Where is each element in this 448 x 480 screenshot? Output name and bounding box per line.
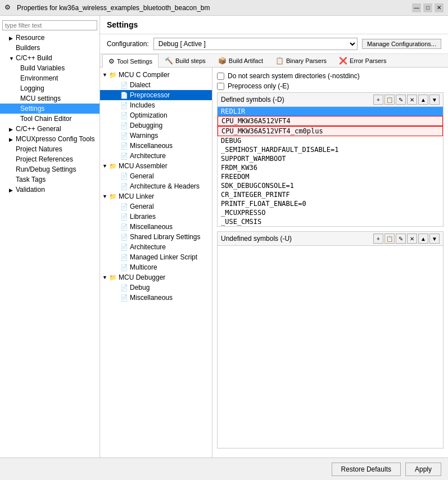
tree-node-mcu-c-compiler[interactable]: ▼ 📁 MCU C Compiler bbox=[100, 70, 212, 80]
sidebar-item-project-references[interactable]: Project References bbox=[0, 154, 99, 164]
tree-node-miscellaneous[interactable]: 📄 Miscellaneous bbox=[100, 141, 212, 151]
tree-node-preprocessor[interactable]: 📄 Preprocessor bbox=[100, 90, 212, 100]
sidebar: ▶ResourceBuilders▼C/C++ BuildBuild Varia… bbox=[0, 16, 100, 457]
defined-symbols-header: Defined symbols (-D) + 📋 ✎ ✕ ▲ ▼ bbox=[218, 93, 443, 107]
tree-node-libraries[interactable]: 📄 Libraries bbox=[100, 212, 212, 222]
preprocess-only-label: Preprocess only (-E) bbox=[228, 82, 289, 90]
undefined-symbols-label: Undefined symbols (-U) bbox=[221, 235, 292, 243]
defined-symbol-item[interactable]: CPU_MKW36A512VFT4 bbox=[218, 116, 443, 126]
defined-symbol-item[interactable]: PRINTF_FLOAT_ENABLE=0 bbox=[218, 199, 443, 208]
tab-tool-settings[interactable]: ⚙Tool Settings bbox=[102, 54, 159, 68]
filter-input[interactable] bbox=[2, 20, 97, 30]
tree-node-optimization[interactable]: 📄 Optimization bbox=[100, 110, 212, 120]
preprocess-only-row: Preprocess only (-E) bbox=[217, 82, 444, 90]
title-bar: ⚙ Properties for kw36a_wireless_examples… bbox=[0, 0, 448, 16]
defined-symbol-item[interactable]: FRDM_KW36 bbox=[218, 163, 443, 172]
tree-node-miscellaneous-lnk[interactable]: 📄 Miscellaneous bbox=[100, 222, 212, 232]
sidebar-item-tool-chain-editor[interactable]: Tool Chain Editor bbox=[0, 114, 99, 124]
tree-node-general-asm[interactable]: 📄 General bbox=[100, 171, 212, 181]
undefined-add-btn[interactable]: + bbox=[373, 234, 383, 244]
defined-symbol-item[interactable]: SUPPORT_WARMBOOT bbox=[218, 154, 443, 163]
settings-header: Settings bbox=[100, 16, 448, 34]
tree-node-managed-linker[interactable]: 📄 Managed Linker Script bbox=[100, 252, 212, 262]
restore-defaults-button[interactable]: Restore Defaults bbox=[332, 463, 401, 476]
sidebar-item-project-natures[interactable]: Project Natures bbox=[0, 144, 99, 154]
tree-node-miscellaneous-dbg[interactable]: 📄 Miscellaneous bbox=[100, 293, 212, 303]
undefined-edit-btn[interactable]: ✎ bbox=[396, 234, 406, 244]
defined-add-btn[interactable]: + bbox=[373, 95, 383, 105]
tab-binary-parsers[interactable]: 📋Binary Parsers bbox=[269, 54, 333, 67]
sidebar-item-build-variables[interactable]: Build Variables bbox=[0, 63, 99, 73]
content-area: Settings Configuration: Debug [ Active ]… bbox=[100, 16, 448, 457]
sidebar-item-settings[interactable]: Settings bbox=[0, 104, 99, 114]
defined-symbol-item[interactable]: _SEMIHOST_HARDFAULT_DISABLE=1 bbox=[218, 145, 443, 154]
sidebar-item-builders[interactable]: Builders bbox=[0, 43, 99, 53]
sidebar-item-mcuxpresso-config[interactable]: ▶MCUXpresso Config Tools bbox=[0, 134, 99, 144]
close-button[interactable]: ✕ bbox=[435, 3, 444, 12]
title-bar-text: Properties for kw36a_wireless_examples_b… bbox=[17, 4, 412, 12]
tab-error-parsers[interactable]: ❌Error Parsers bbox=[333, 54, 392, 67]
no-search-dirs-checkbox[interactable] bbox=[217, 73, 224, 80]
defined-symbol-item[interactable]: CR_INTEGER_PRINTF bbox=[218, 190, 443, 199]
tree-node-multicore[interactable]: 📄 Multicore bbox=[100, 262, 212, 272]
defined-symbols-label: Defined symbols (-D) bbox=[221, 96, 284, 104]
tree-node-debug-dbg[interactable]: 📄 Debug bbox=[100, 282, 212, 293]
tab-build-artifact[interactable]: 📦Build Artifact bbox=[212, 54, 269, 67]
tree-node-arch-headers[interactable]: 📄 Architecture & Headers bbox=[100, 181, 212, 191]
maximize-button[interactable]: □ bbox=[423, 3, 432, 12]
tree-node-general-lnk[interactable]: 📄 General bbox=[100, 201, 212, 212]
undefined-symbols-toolbar: + 📋 ✎ ✕ ▲ ▼ bbox=[373, 234, 440, 244]
minimize-button[interactable]: — bbox=[412, 3, 421, 12]
sidebar-item-logging[interactable]: Logging bbox=[0, 83, 99, 93]
sidebar-item-validation[interactable]: ▶Validation bbox=[0, 185, 99, 195]
defined-symbol-item[interactable]: REDLIR bbox=[218, 107, 443, 116]
defined-symbols-toolbar: + 📋 ✎ ✕ ▲ ▼ bbox=[373, 95, 440, 105]
undefined-move-up-btn[interactable]: ▲ bbox=[418, 234, 428, 244]
defined-move-down-btn[interactable]: ▼ bbox=[429, 95, 440, 105]
defined-symbol-item[interactable]: CPU_MKW36A512VFT4_cm0plus bbox=[218, 126, 443, 136]
tree-node-mcu-assembler[interactable]: ▼ 📁 MCU Assembler bbox=[100, 161, 212, 171]
undefined-add-var-btn[interactable]: 📋 bbox=[384, 234, 395, 244]
defined-symbol-item[interactable]: _USE_CMSIS bbox=[218, 217, 443, 226]
config-bar: Configuration: Debug [ Active ] Manage C… bbox=[100, 34, 448, 54]
tree-node-architecture-lnk[interactable]: 📄 Architecture bbox=[100, 242, 212, 252]
sidebar-item-cpp-general[interactable]: ▶C/C++ General bbox=[0, 124, 99, 134]
bottom-bar: Restore Defaults Apply bbox=[0, 457, 448, 480]
preprocess-only-checkbox[interactable] bbox=[217, 83, 224, 90]
sidebar-item-cpp-build[interactable]: ▼C/C++ Build bbox=[0, 53, 99, 63]
tree-node-mcu-linker[interactable]: ▼ 📁 MCU Linker bbox=[100, 191, 212, 201]
undefined-move-down-btn[interactable]: ▼ bbox=[429, 234, 440, 244]
tree-node-debugging[interactable]: 📄 Debugging bbox=[100, 120, 212, 131]
defined-move-up-btn[interactable]: ▲ bbox=[418, 95, 428, 105]
tool-tree-panel: ▼ 📁 MCU C Compiler 📄 Dialect 📄 Preproces… bbox=[100, 68, 212, 457]
undefined-symbols-section: Undefined symbols (-U) + 📋 ✎ ✕ ▲ ▼ bbox=[217, 231, 444, 448]
title-bar-controls: — □ ✕ bbox=[412, 3, 444, 12]
undefined-symbols-list bbox=[218, 246, 443, 381]
tree-node-mcu-debugger[interactable]: ▼ 📁 MCU Debugger bbox=[100, 272, 212, 282]
tree-node-dialect[interactable]: 📄 Dialect bbox=[100, 80, 212, 90]
tree-node-architecture-c[interactable]: 📄 Architecture bbox=[100, 151, 212, 161]
settings-panel: Do not search system directories (-nostd… bbox=[212, 68, 448, 457]
apply-button[interactable]: Apply bbox=[405, 463, 441, 476]
config-label: Configuration: bbox=[107, 40, 149, 48]
tree-node-warnings[interactable]: 📄 Warnings bbox=[100, 131, 212, 141]
sidebar-item-mcu-settings[interactable]: MCU settings bbox=[0, 93, 99, 104]
sidebar-item-environment[interactable]: Environment bbox=[0, 73, 99, 83]
defined-symbol-item[interactable]: SDK_DEBUGCONSOLE=1 bbox=[218, 181, 443, 190]
defined-add-var-btn[interactable]: 📋 bbox=[384, 95, 395, 105]
defined-symbol-item[interactable]: DEBUG bbox=[218, 136, 443, 145]
manage-configurations-button[interactable]: Manage Configurations... bbox=[362, 39, 441, 49]
defined-symbol-item[interactable]: _MCUXPRESSO bbox=[218, 208, 443, 217]
config-select[interactable]: Debug [ Active ] bbox=[153, 38, 358, 50]
tree-node-includes[interactable]: 📄 Includes bbox=[100, 100, 212, 110]
tab-build-steps[interactable]: 🔨Build steps bbox=[159, 54, 212, 67]
tree-node-shared-library[interactable]: 📄 Shared Library Settings bbox=[100, 232, 212, 242]
undefined-delete-btn[interactable]: ✕ bbox=[407, 234, 417, 244]
defined-delete-btn[interactable]: ✕ bbox=[407, 95, 417, 105]
sidebar-item-task-tags[interactable]: Task Tags bbox=[0, 174, 99, 185]
defined-edit-btn[interactable]: ✎ bbox=[396, 95, 406, 105]
defined-symbol-item[interactable]: FREEDOM bbox=[218, 172, 443, 181]
sidebar-item-run-debug-settings[interactable]: Run/Debug Settings bbox=[0, 164, 99, 174]
sidebar-item-resource[interactable]: ▶Resource bbox=[0, 33, 99, 43]
no-search-dirs-row: Do not search system directories (-nostd… bbox=[217, 72, 444, 80]
